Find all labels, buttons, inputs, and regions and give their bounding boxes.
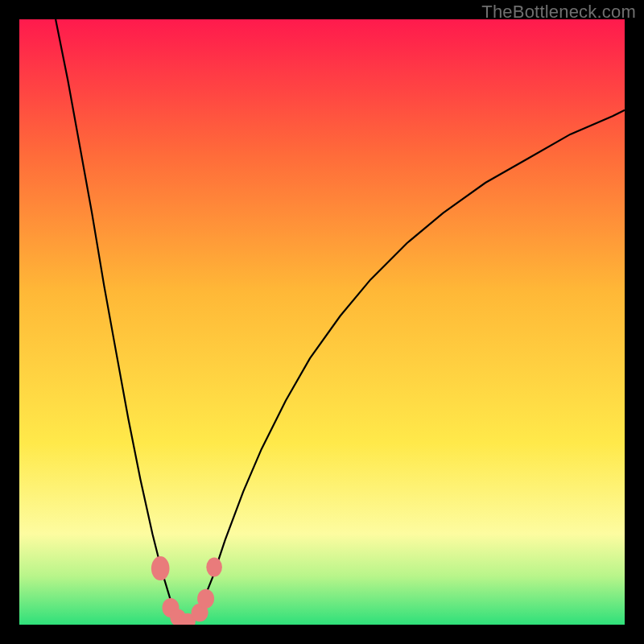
chart-frame	[19, 19, 625, 625]
watermark-text: TheBottleneck.com	[481, 2, 636, 23]
data-point-marker	[206, 558, 222, 577]
data-point-marker	[151, 556, 170, 580]
bottleneck-chart	[19, 19, 625, 625]
data-point-marker	[197, 589, 214, 609]
